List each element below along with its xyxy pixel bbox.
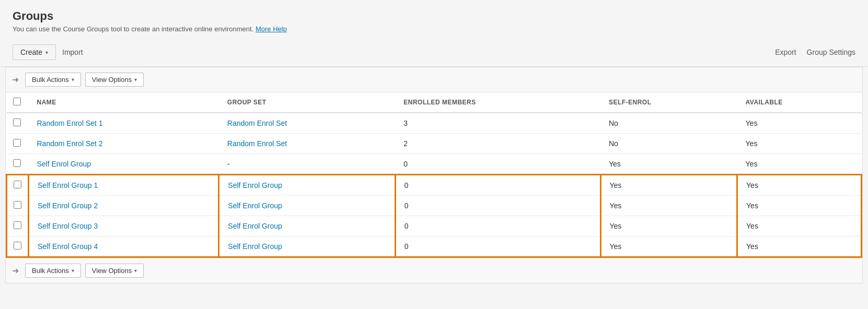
groups-table: NAME GROUP SET ENROLLED MEMBERS SELF-ENR… <box>6 92 862 258</box>
table-row: Self Enrol Group 4 Self Enrol Group 0 Ye… <box>7 236 862 257</box>
view-options-button[interactable]: View Options ▾ <box>85 73 144 87</box>
bottom-toolbar-arrow-icon: ➜ <box>12 266 19 276</box>
row-enrolled-members-cell: 0 <box>395 196 600 216</box>
available-value: Yes <box>746 139 758 148</box>
import-button[interactable]: Import <box>62 48 83 56</box>
row-name-cell: Self Enrol Group 2 <box>29 196 219 216</box>
row-name-cell: Random Enrol Set 2 <box>29 134 219 154</box>
table-body: Random Enrol Set 1 Random Enrol Set 3 No… <box>7 113 862 257</box>
row-checkbox[interactable] <box>14 201 21 209</box>
table-row: Random Enrol Set 1 Random Enrol Set 3 No… <box>7 113 862 134</box>
group-set-link[interactable]: Self Enrol Group <box>228 201 282 210</box>
group-name-link[interactable]: Random Enrol Set 2 <box>37 139 103 148</box>
available-value: Yes <box>746 222 758 230</box>
row-group-set-cell: Self Enrol Group <box>219 216 395 236</box>
row-enrolled-members-cell: 0 <box>395 216 600 236</box>
row-group-set-cell: - <box>219 154 395 175</box>
row-checkbox-cell <box>7 113 29 134</box>
page-title: Groups <box>13 9 855 23</box>
self-enrol-value: Yes <box>609 160 621 168</box>
row-self-enrol-cell: No <box>600 113 737 134</box>
row-checkbox-cell <box>7 236 29 257</box>
available-value: Yes <box>746 181 758 189</box>
enrolled-count: 2 <box>403 139 408 148</box>
enrolled-count: 0 <box>404 201 409 210</box>
row-enrolled-members-cell: 0 <box>395 154 600 175</box>
row-checkbox[interactable] <box>13 139 21 147</box>
page-header: Groups You can use the Course Groups too… <box>0 0 868 38</box>
row-name-cell: Self Enrol Group <box>29 154 219 175</box>
group-name-link[interactable]: Self Enrol Group 4 <box>38 242 98 251</box>
bulk-actions-chevron-icon: ▾ <box>72 77 74 82</box>
group-set-link[interactable]: Random Enrol Set <box>227 139 287 148</box>
row-self-enrol-cell: Yes <box>600 216 737 236</box>
row-name-cell: Self Enrol Group 3 <box>29 216 219 236</box>
row-checkbox[interactable] <box>14 181 21 188</box>
self-enrol-value: Yes <box>610 222 622 230</box>
row-checkbox-cell <box>7 196 29 216</box>
row-available-cell: Yes <box>737 216 862 236</box>
group-name-link[interactable]: Random Enrol Set 1 <box>37 119 103 127</box>
row-available-cell: Yes <box>737 113 862 134</box>
view-options-chevron-icon: ▾ <box>134 77 137 82</box>
group-name-link[interactable]: Self Enrol Group 3 <box>38 222 98 230</box>
bottom-bulk-actions-button[interactable]: Bulk Actions ▾ <box>25 264 81 278</box>
group-name-link[interactable]: Self Enrol Group 2 <box>38 201 98 210</box>
toolbar-arrow-icon: ➜ <box>12 75 19 85</box>
name-column-header: NAME <box>29 92 219 113</box>
row-self-enrol-cell: Yes <box>600 236 737 257</box>
table-row: Self Enrol Group 2 Self Enrol Group 0 Ye… <box>7 196 862 216</box>
self-enrol-value: No <box>609 139 618 148</box>
groups-table-container: NAME GROUP SET ENROLLED MEMBERS SELF-ENR… <box>6 92 862 258</box>
available-value: Yes <box>746 242 758 251</box>
row-self-enrol-cell: No <box>600 134 737 154</box>
row-available-cell: Yes <box>737 236 862 257</box>
group-name-link[interactable]: Self Enrol Group 1 <box>38 181 98 189</box>
self-enrol-value: Yes <box>610 201 622 210</box>
row-available-cell: Yes <box>737 154 862 175</box>
bottom-bulk-actions-chevron-icon: ▾ <box>72 268 74 274</box>
self-enrol-value: Yes <box>610 242 622 251</box>
enrolled-count: 0 <box>404 222 409 230</box>
row-enrolled-members-cell: 2 <box>395 134 600 154</box>
inner-bottom-toolbar: ➜ Bulk Actions ▾ View Options ▾ <box>6 258 862 283</box>
group-set-link[interactable]: Self Enrol Group <box>228 181 282 189</box>
create-button[interactable]: Create ▾ <box>13 44 56 60</box>
bottom-view-options-button[interactable]: View Options ▾ <box>85 264 144 278</box>
create-chevron-icon: ▾ <box>45 50 48 55</box>
group-settings-button[interactable]: Group Settings <box>807 48 855 56</box>
row-group-set-cell: Self Enrol Group <box>219 196 395 216</box>
row-enrolled-members-cell: 0 <box>395 175 600 196</box>
group-name-link[interactable]: Self Enrol Group <box>37 160 91 168</box>
group-set-link[interactable]: Self Enrol Group <box>228 222 282 230</box>
enrolled-count: 3 <box>403 119 408 127</box>
row-checkbox[interactable] <box>13 118 21 126</box>
bulk-actions-button[interactable]: Bulk Actions ▾ <box>25 73 81 87</box>
group-set-link[interactable]: Self Enrol Group <box>228 242 282 251</box>
row-available-cell: Yes <box>737 175 862 196</box>
row-checkbox[interactable] <box>14 221 21 229</box>
row-available-cell: Yes <box>737 196 862 216</box>
row-available-cell: Yes <box>737 134 862 154</box>
more-help-link[interactable]: More Help <box>256 25 287 33</box>
row-name-cell: Self Enrol Group 4 <box>29 236 219 257</box>
table-header: NAME GROUP SET ENROLLED MEMBERS SELF-ENR… <box>7 92 862 113</box>
group-set-dash: - <box>227 160 230 168</box>
row-name-cell: Random Enrol Set 1 <box>29 113 219 134</box>
row-checkbox-cell <box>7 175 29 196</box>
self-enrol-value: Yes <box>610 181 622 189</box>
row-self-enrol-cell: Yes <box>600 154 737 175</box>
select-all-checkbox[interactable] <box>13 98 21 105</box>
row-checkbox[interactable] <box>14 242 21 249</box>
table-row: Self Enrol Group 1 Self Enrol Group 0 Ye… <box>7 175 862 196</box>
export-button[interactable]: Export <box>775 48 796 56</box>
row-group-set-cell: Random Enrol Set <box>219 134 395 154</box>
group-set-link[interactable]: Random Enrol Set <box>227 119 287 127</box>
table-row: Self Enrol Group - 0 Yes Yes <box>7 154 862 175</box>
row-checkbox-cell <box>7 216 29 236</box>
row-checkbox[interactable] <box>13 159 21 167</box>
enrolled-count: 0 <box>404 242 409 251</box>
self-enrol-value: No <box>609 119 618 127</box>
row-group-set-cell: Self Enrol Group <box>219 175 395 196</box>
toolbar-left: Create ▾ Import <box>13 44 83 60</box>
